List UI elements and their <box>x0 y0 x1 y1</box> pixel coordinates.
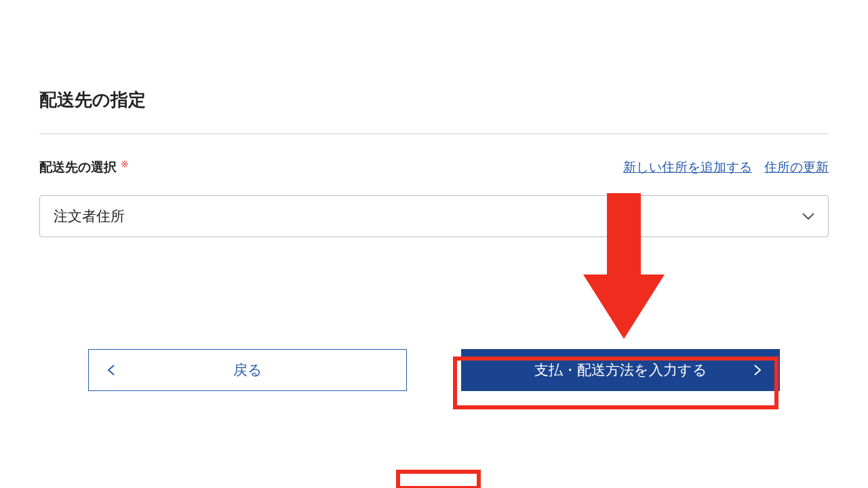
next-button[interactable]: 支払・配送方法を入力する <box>461 349 780 391</box>
select-value: 注文者住所 <box>54 207 125 226</box>
add-address-link[interactable]: 新しい住所を追加する <box>623 159 752 176</box>
back-button-label: 戻る <box>233 361 262 380</box>
field-label-group: 配送先の選択 ※ <box>39 159 129 176</box>
required-mark: ※ <box>121 159 129 169</box>
chevron-down-icon <box>802 213 814 220</box>
divider <box>39 134 829 134</box>
address-select[interactable]: 注文者住所 <box>39 195 829 237</box>
section-title: 配送先の指定 <box>39 88 829 112</box>
back-button[interactable]: 戻る <box>88 349 407 391</box>
chevron-right-icon <box>754 365 761 375</box>
update-address-link[interactable]: 住所の更新 <box>764 159 829 176</box>
chevron-left-icon <box>108 365 115 375</box>
next-button-label: 支払・配送方法を入力する <box>534 361 707 380</box>
field-label: 配送先の選択 <box>39 160 117 174</box>
link-group: 新しい住所を追加する 住所の更新 <box>623 159 829 176</box>
annotation-bottom-box <box>396 470 481 488</box>
